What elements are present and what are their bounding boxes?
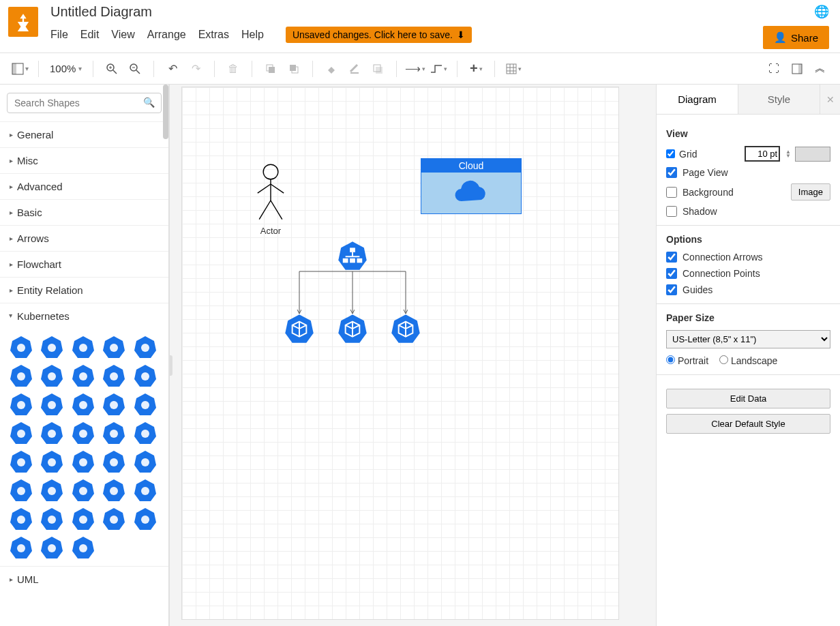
zoom-dropdown[interactable]: 100% ▾ <box>47 63 85 74</box>
zoom-out-button[interactable] <box>125 59 145 79</box>
tab-diagram[interactable]: Diagram <box>657 85 738 114</box>
language-icon[interactable]: 🌐 <box>814 4 829 19</box>
save-warning-button[interactable]: Unsaved changes. Click here to save. ⬇ <box>286 27 472 43</box>
connection-arrows-checkbox[interactable] <box>666 252 677 263</box>
category-uml[interactable]: ▸UML <box>0 566 168 592</box>
k8s-cube-shape[interactable] <box>284 314 314 346</box>
line-color-button[interactable] <box>344 59 365 79</box>
grid-size-input[interactable] <box>745 146 780 162</box>
kubernetes-shape-stencil[interactable] <box>10 450 33 473</box>
category-general[interactable]: ▸General <box>0 121 168 147</box>
canvas[interactable]: Actor Cloud <box>169 85 656 626</box>
kubernetes-shape-stencil[interactable] <box>134 450 157 473</box>
kubernetes-shape-stencil[interactable] <box>134 479 157 502</box>
fullscreen-button[interactable]: ⛶ <box>764 59 784 79</box>
kubernetes-shape-stencil[interactable] <box>72 450 95 473</box>
connection-points-checkbox[interactable] <box>666 268 677 279</box>
portrait-radio-label[interactable]: Portrait <box>666 355 708 366</box>
category-misc[interactable]: ▸Misc <box>0 147 168 173</box>
kubernetes-shape-stencil[interactable] <box>72 536 95 559</box>
category-flowchart[interactable]: ▸Flowchart <box>0 251 168 277</box>
shadow-button[interactable] <box>368 59 388 79</box>
kubernetes-shape-stencil[interactable] <box>40 507 63 531</box>
kubernetes-shape-stencil[interactable] <box>10 421 33 445</box>
kubernetes-shape-stencil[interactable] <box>40 536 63 559</box>
diagram-page[interactable]: Actor Cloud <box>182 87 618 619</box>
cloud-container-shape[interactable]: Cloud <box>421 158 522 214</box>
k8s-cube-shape[interactable] <box>391 314 421 346</box>
search-shapes-input[interactable] <box>7 93 162 113</box>
to-back-button[interactable] <box>284 59 304 79</box>
kubernetes-shape-stencil[interactable] <box>102 364 125 387</box>
kubernetes-shape-stencil[interactable] <box>72 479 95 502</box>
kubernetes-shape-stencil[interactable] <box>72 507 95 531</box>
category-arrows[interactable]: ▸Arrows <box>0 225 168 251</box>
format-panel-toggle[interactable] <box>787 59 807 79</box>
kubernetes-shape-stencil[interactable] <box>72 336 95 359</box>
redo-button[interactable]: ↷ <box>185 59 206 79</box>
app-logo[interactable] <box>8 7 38 37</box>
kubernetes-shape-stencil[interactable] <box>134 393 157 416</box>
kubernetes-shape-stencil[interactable] <box>40 364 63 387</box>
menu-arrange[interactable]: Arrange <box>147 29 186 41</box>
guides-checkbox[interactable] <box>666 284 677 295</box>
kubernetes-shape-stencil[interactable] <box>10 507 33 531</box>
background-checkbox[interactable] <box>666 187 677 198</box>
waypoint-style-button[interactable]: ▾ <box>428 59 449 79</box>
menu-help[interactable]: Help <box>241 29 264 41</box>
landscape-radio-label[interactable]: Landscape <box>719 355 777 366</box>
landscape-radio[interactable] <box>719 355 728 364</box>
menu-view[interactable]: View <box>111 29 134 41</box>
kubernetes-shape-stencil[interactable] <box>10 336 33 359</box>
category-basic[interactable]: ▸Basic <box>0 199 168 225</box>
kubernetes-shape-stencil[interactable] <box>102 450 125 473</box>
shadow-checkbox[interactable] <box>666 206 677 217</box>
kubernetes-shape-stencil[interactable] <box>10 479 33 502</box>
document-title[interactable]: Untitled Diagram <box>50 4 832 20</box>
kubernetes-shape-stencil[interactable] <box>134 364 157 387</box>
delete-button[interactable]: 🗑 <box>223 59 243 79</box>
to-front-button[interactable] <box>260 59 281 79</box>
undo-button[interactable]: ↶ <box>162 59 183 79</box>
kubernetes-shape-stencil[interactable] <box>102 479 125 502</box>
connection-style-button[interactable]: ⟶▾ <box>405 59 425 79</box>
zoom-in-button[interactable] <box>102 59 122 79</box>
kubernetes-shape-stencil[interactable] <box>72 393 95 416</box>
tab-style[interactable]: Style <box>738 85 820 114</box>
kubernetes-shape-stencil[interactable] <box>40 479 63 502</box>
kubernetes-shape-stencil[interactable] <box>72 421 95 445</box>
category-advanced[interactable]: ▸Advanced <box>0 173 168 199</box>
kubernetes-shape-stencil[interactable] <box>10 364 33 387</box>
insert-button[interactable]: +▾ <box>466 59 486 79</box>
actor-shape[interactable]: Actor <box>254 162 287 236</box>
pageview-checkbox[interactable] <box>666 167 677 178</box>
grid-size-stepper[interactable]: ▲▼ <box>785 150 791 158</box>
close-panel-button[interactable]: ✕ <box>820 85 840 114</box>
k8s-cube-shape[interactable] <box>338 314 368 346</box>
papersize-select[interactable]: US-Letter (8,5" x 11") <box>666 330 830 348</box>
sidebar-toggle-button[interactable]: ▾ <box>10 59 30 79</box>
kubernetes-shape-stencil[interactable] <box>102 336 125 359</box>
kubernetes-shape-stencil[interactable] <box>10 393 33 416</box>
menu-file[interactable]: File <box>50 29 68 41</box>
grid-color-swatch[interactable] <box>795 147 830 162</box>
kubernetes-shape-stencil[interactable] <box>102 393 125 416</box>
kubernetes-shape-stencil[interactable] <box>102 507 125 531</box>
edit-data-button[interactable]: Edit Data <box>666 389 830 408</box>
kubernetes-shape-stencil[interactable] <box>40 450 63 473</box>
portrait-radio[interactable] <box>666 355 675 364</box>
table-button[interactable]: ▾ <box>503 59 524 79</box>
kubernetes-shape-stencil[interactable] <box>40 421 63 445</box>
kubernetes-shape-stencil[interactable] <box>72 364 95 387</box>
share-button[interactable]: 👤 Share <box>763 26 829 49</box>
kubernetes-shape-stencil[interactable] <box>134 336 157 359</box>
category-entity-relation[interactable]: ▸Entity Relation <box>0 277 168 303</box>
clear-default-style-button[interactable]: Clear Default Style <box>666 414 830 434</box>
fill-color-button[interactable] <box>321 59 342 79</box>
sidebar-resize-handle[interactable] <box>169 355 172 376</box>
category-kubernetes[interactable]: ▸Kubernetes <box>0 303 168 329</box>
collapse-button[interactable]: ︽ <box>810 59 830 79</box>
menu-extras[interactable]: Extras <box>198 29 229 41</box>
background-image-button[interactable]: Image <box>791 183 830 200</box>
kubernetes-shape-stencil[interactable] <box>134 421 157 445</box>
